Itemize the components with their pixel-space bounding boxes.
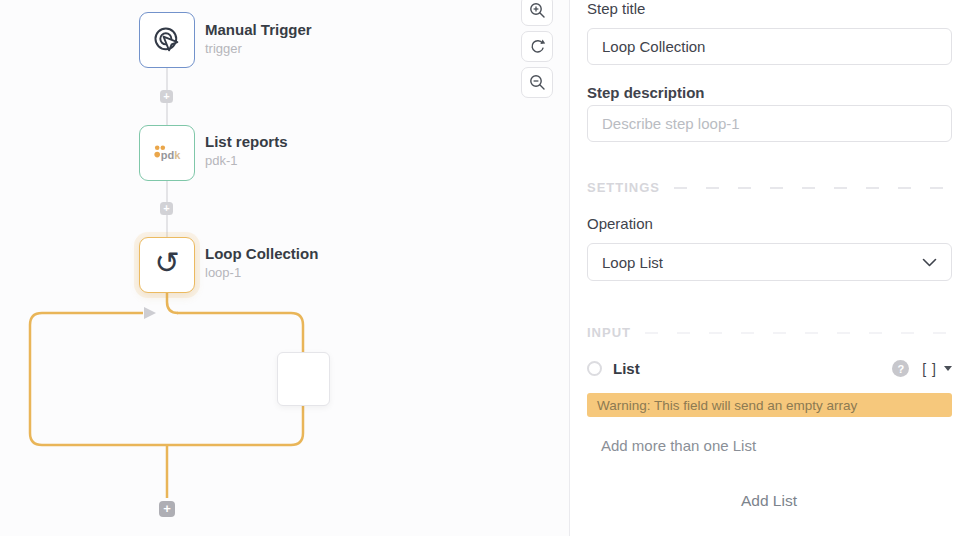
node-loop-collection[interactable]: ↺ (139, 237, 195, 293)
zoom-in-button[interactable] (521, 0, 553, 26)
node-subtitle: pdk-1 (205, 152, 288, 169)
node-list-reports[interactable]: pdk (139, 125, 195, 181)
add-more-hint: Add more than one List (601, 437, 756, 454)
node-label-list-reports: List reports pdk-1 (205, 133, 288, 169)
node-title: Manual Trigger (205, 21, 312, 39)
node-manual-trigger[interactable] (139, 12, 195, 68)
input-section-header: INPUT (587, 325, 952, 340)
step-title-input[interactable] (587, 28, 952, 65)
input-section-label: INPUT (587, 325, 631, 340)
step-settings-panel: Step title Step description SETTINGS Ope… (570, 0, 968, 536)
empty-array-warning: Warning: This field will send an empty a… (587, 393, 952, 417)
list-field-radio[interactable] (587, 361, 602, 376)
node-title: List reports (205, 133, 288, 151)
zoom-out-icon (529, 74, 546, 91)
zoom-in-icon (529, 2, 546, 19)
section-divider (645, 332, 952, 334)
step-description-label: Step description (587, 84, 705, 101)
workflow-canvas[interactable]: Manual Trigger trigger + pdk List report… (0, 0, 570, 536)
array-type-badge[interactable]: [ ] (922, 361, 937, 377)
svg-text:pdk: pdk (161, 149, 181, 161)
settings-section-header: SETTINGS (587, 180, 952, 195)
settings-section-label: SETTINGS (587, 180, 660, 195)
help-icon[interactable]: ? (892, 360, 909, 377)
warning-text: Warning: This field will send an empty a… (597, 398, 857, 413)
node-label-loop-collection: Loop Collection loop-1 (205, 245, 318, 281)
node-label-manual-trigger: Manual Trigger trigger (205, 21, 312, 57)
node-subtitle: loop-1 (205, 264, 318, 281)
loop-drop-target[interactable] (277, 352, 330, 406)
reset-view-button[interactable] (521, 31, 553, 62)
section-divider (674, 187, 952, 189)
operation-selected-value: Loop List (602, 254, 663, 271)
node-title: Loop Collection (205, 245, 318, 263)
loop-icon: ↺ (154, 248, 179, 278)
operation-label: Operation (587, 215, 653, 232)
manual-trigger-icon (152, 25, 182, 55)
add-step-button[interactable]: + (160, 90, 173, 103)
operation-select[interactable]: Loop List (587, 243, 952, 281)
chevron-down-icon (922, 258, 937, 267)
add-list-button[interactable]: Add List (570, 492, 968, 510)
add-step-button[interactable]: + (160, 202, 173, 215)
canvas-toolbar (521, 0, 553, 98)
step-description-input[interactable] (587, 105, 952, 142)
flow-arrow-icon (144, 307, 156, 319)
workflow-editor: Manual Trigger trigger + pdk List report… (0, 0, 968, 536)
add-step-after-loop-button[interactable]: + (159, 501, 175, 517)
node-subtitle: trigger (205, 40, 312, 57)
step-title-label: Step title (587, 0, 645, 17)
zoom-out-button[interactable] (521, 67, 553, 98)
list-field-row: List ? [ ] (587, 360, 952, 377)
list-field-label: List (613, 360, 640, 377)
pdk-logo-icon: pdk (151, 142, 183, 164)
type-caret-icon[interactable] (944, 366, 952, 371)
refresh-icon (529, 38, 546, 55)
